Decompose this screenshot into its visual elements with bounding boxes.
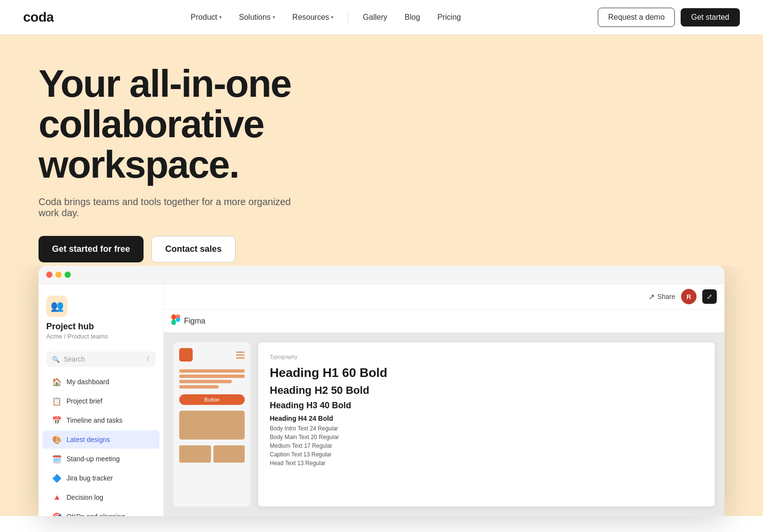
sidebar-item-jira[interactable]: 🔷 Jira bug tracker: [42, 469, 159, 487]
share-icon: ↗: [648, 292, 655, 301]
share-button[interactable]: ↗ Share: [648, 292, 675, 301]
sidebar-item-okrs[interactable]: 🎯 OKRs and planning: [42, 507, 159, 516]
mockup-big-rect: [179, 411, 245, 440]
nav-pricing[interactable]: Pricing: [431, 9, 468, 26]
sidebar-item-label: Decision log: [66, 493, 103, 501]
sidebar-item-label: Project brief: [66, 397, 103, 405]
typography-mockup: Typography Heading H1 60 Bold Heading H2…: [258, 342, 715, 506]
figma-title: Figma: [184, 317, 205, 325]
chevron-down-icon: ▾: [273, 14, 275, 20]
figma-header: Figma: [164, 310, 724, 333]
timeline-icon: 📅: [52, 415, 62, 425]
sidebar-title: Project hub: [46, 322, 156, 332]
hero-subtitle: Coda brings teams and tools together for…: [39, 196, 308, 219]
nav-resources[interactable]: Resources ▾: [286, 9, 340, 26]
sidebar-item-label: My dashboard: [66, 378, 109, 386]
window-body: 👥 Project hub Acme / Product teams 🔍 Sea…: [39, 284, 724, 516]
typography-label: Typography: [270, 354, 703, 360]
sidebar-nav: 🏠 My dashboard 📋 Project brief 📅 Timelin…: [39, 373, 163, 516]
search-icon: 🔍: [52, 356, 60, 363]
chevron-down-icon: ▾: [219, 14, 222, 20]
hero-buttons: Get started for free Contact sales: [39, 236, 724, 262]
window-titlebar: [39, 266, 724, 284]
ui-mockup-left: Button: [173, 342, 250, 506]
minimize-button[interactable]: [55, 272, 62, 278]
main-content: ↗ Share R ⤢: [164, 284, 724, 516]
standup-icon: 🗓️: [52, 454, 62, 464]
team-icon: 👥: [51, 300, 64, 312]
get-started-free-button[interactable]: Get started for free: [39, 236, 144, 262]
nav-solutions[interactable]: Solutions ▾: [232, 9, 282, 26]
sidebar-item-label: OKRs and planning: [66, 513, 125, 516]
designs-icon: 🎨: [52, 435, 62, 444]
sidebar-breadcrumb: Acme / Product teams: [46, 333, 156, 340]
typo-h1: Heading H1 60 Bold: [270, 365, 703, 380]
svg-rect-4: [171, 320, 176, 325]
typo-body1: Body Intro Text 24 Regular: [270, 425, 703, 432]
workspace-icon: 👥: [46, 296, 67, 317]
sidebar-item-brief[interactable]: 📋 Project brief: [42, 392, 159, 410]
typo-h2: Heading H2 50 Bold: [270, 384, 703, 397]
figma-canvas: Button Typography Heading H1 60 Bold He: [164, 333, 724, 516]
contact-sales-button[interactable]: Contact sales: [151, 236, 236, 262]
nav-blog[interactable]: Blog: [398, 9, 427, 26]
search-bar[interactable]: 🔍 Search 《: [46, 351, 156, 367]
typo-h3: Heading H3 40 Bold: [270, 401, 703, 411]
sidebar-item-dashboard[interactable]: 🏠 My dashboard: [42, 373, 159, 391]
sidebar-item-standup[interactable]: 🗓️ Stand-up meeting: [42, 450, 159, 468]
expand-button[interactable]: ⤢: [702, 289, 717, 304]
logo[interactable]: coda: [23, 10, 53, 25]
share-label: Share: [658, 293, 675, 300]
mockup-rect: [179, 348, 193, 362]
app-window: 👥 Project hub Acme / Product teams 🔍 Sea…: [39, 266, 724, 516]
sidebar-item-designs[interactable]: 🎨 Latest designs: [42, 430, 159, 449]
figma-icon: [171, 314, 180, 327]
typo-h4: Heading H4 24 Bold: [270, 415, 703, 422]
typo-caption1: Caption Text 13 Regular: [270, 451, 703, 458]
sidebar: 👥 Project hub Acme / Product teams 🔍 Sea…: [39, 284, 164, 516]
sidebar-item-label: Latest designs: [66, 436, 110, 443]
main-toolbar: ↗ Share R ⤢: [164, 284, 724, 310]
jira-icon: 🔷: [52, 473, 62, 483]
chevron-down-icon: ▾: [331, 14, 333, 20]
decision-icon: 🔺: [52, 493, 62, 502]
svg-point-3: [176, 318, 180, 322]
hero-headline: Your all-in-one collaborative workspace.: [39, 64, 385, 185]
avatar: R: [681, 289, 697, 304]
sidebar-item-label: Jira bug tracker: [66, 474, 113, 482]
sidebar-item-decision-log[interactable]: 🔺 Decision log: [42, 488, 159, 506]
typo-body3: Medium Text 17 Regular: [270, 442, 703, 449]
collapse-icon[interactable]: 《: [143, 355, 150, 363]
nav-divider: [348, 12, 348, 23]
sidebar-item-label: Stand-up meeting: [66, 455, 120, 463]
mockup-button: Button: [179, 394, 245, 405]
brief-icon: 📋: [52, 396, 62, 406]
close-button[interactable]: [46, 272, 53, 278]
mockup-small-rects: [179, 445, 245, 463]
sidebar-item-label: Timeline and tasks: [66, 416, 122, 424]
hero-section: Your all-in-one collaborative workspace.…: [0, 35, 763, 266]
typo-caption2: Head Text 13 Regular: [270, 460, 703, 467]
nav-gallery[interactable]: Gallery: [356, 9, 394, 26]
figma-embed: Figma: [164, 310, 724, 516]
nav-product[interactable]: Product ▾: [184, 9, 228, 26]
get-started-nav-button[interactable]: Get started: [681, 8, 740, 26]
dashboard-icon: 🏠: [52, 377, 62, 387]
okrs-icon: 🎯: [52, 512, 62, 516]
traffic-lights: [46, 272, 71, 278]
request-demo-button[interactable]: Request a demo: [598, 8, 674, 27]
svg-rect-0: [171, 314, 176, 320]
maximize-button[interactable]: [65, 272, 71, 278]
typo-body2: Body Main Text 20 Regular: [270, 434, 703, 441]
app-window-wrapper: 👥 Project hub Acme / Product teams 🔍 Sea…: [0, 266, 763, 516]
navigation: coda Product ▾ Solutions ▾ Resources ▾ G…: [0, 0, 763, 35]
nav-links: Product ▾ Solutions ▾ Resources ▾ Galler…: [184, 9, 468, 26]
expand-icon: ⤢: [707, 293, 712, 300]
sidebar-item-timeline[interactable]: 📅 Timeline and tasks: [42, 411, 159, 429]
search-placeholder: Search: [64, 355, 85, 363]
nav-right: Request a demo Get started: [598, 8, 740, 27]
sidebar-header: 👥 Project hub Acme / Product teams: [39, 292, 163, 348]
